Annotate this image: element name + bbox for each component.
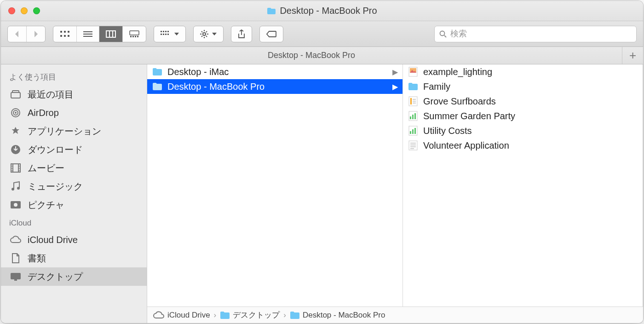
sidebar-item-label: AirDrop: [28, 108, 59, 118]
sidebar-item-airdrop[interactable]: AirDrop: [1, 104, 147, 122]
svg-rect-13: [130, 36, 132, 37]
search-field[interactable]: [434, 26, 637, 42]
svg-rect-22: [163, 34, 164, 35]
sidebar-item-label: 最近の項目: [28, 88, 74, 101]
numbers-icon: [408, 125, 419, 136]
search-input[interactable]: [450, 29, 632, 39]
share-button[interactable]: [231, 26, 252, 42]
file-row[interactable]: Desktop - iMac▶: [147, 64, 402, 79]
chevron-right-icon: ▶: [392, 68, 398, 76]
new-tab-button[interactable]: +: [622, 47, 643, 64]
svg-rect-56: [14, 279, 17, 281]
file-row[interactable]: example_lighting: [403, 64, 643, 79]
svg-rect-24: [167, 34, 169, 35]
file-row[interactable]: Summer Garden Party: [403, 109, 643, 123]
svg-rect-60: [410, 98, 412, 104]
svg-rect-61: [413, 99, 416, 100]
fullscreen-button[interactable]: [33, 7, 40, 14]
sidebar-section-header: iCloud: [1, 214, 147, 231]
svg-rect-55: [11, 273, 21, 279]
view-mode-buttons: [53, 26, 146, 42]
nav-buttons: [7, 26, 46, 42]
sidebar-item-label: iCloud Drive: [28, 235, 78, 245]
breadcrumb-separator: ›: [214, 311, 217, 320]
minimize-button[interactable]: [21, 7, 28, 14]
sidebar-item-label: ミュージック: [28, 180, 83, 193]
svg-rect-18: [163, 31, 164, 32]
svg-rect-20: [167, 31, 169, 32]
folder-icon: [408, 81, 419, 92]
sidebar-item-desktop[interactable]: デスクトップ: [1, 267, 147, 286]
svg-line-33: [201, 36, 202, 37]
svg-rect-71: [414, 128, 416, 134]
svg-rect-16: [137, 36, 138, 37]
svg-rect-0: [60, 31, 62, 33]
file-row[interactable]: Utility Costs: [403, 123, 643, 138]
view-icons-button[interactable]: [53, 26, 76, 42]
sidebar-item-recent[interactable]: 最近の項目: [1, 85, 147, 104]
svg-rect-9: [106, 31, 115, 37]
apps-icon: [9, 125, 22, 138]
file-label: Desktop - iMac: [167, 67, 229, 77]
sidebar-item-movie[interactable]: ムービー: [1, 159, 147, 177]
recent-icon: [9, 88, 22, 101]
cloud-icon: [153, 311, 165, 319]
svg-rect-5: [68, 35, 69, 37]
sidebar-item-label: ダウンロード: [28, 144, 83, 156]
view-columns-button[interactable]: [99, 26, 122, 42]
folder-icon: [152, 66, 163, 77]
breadcrumb-separator: ›: [283, 311, 286, 320]
svg-rect-36: [11, 93, 20, 98]
svg-rect-2: [68, 31, 69, 33]
svg-rect-21: [161, 34, 162, 35]
tab-title[interactable]: Desktop - MacBook Pro: [1, 51, 622, 60]
back-button[interactable]: [8, 26, 26, 42]
breadcrumb-item[interactable]: iCloud Drive: [153, 311, 210, 320]
arrange-button[interactable]: [154, 26, 186, 42]
svg-point-25: [203, 33, 206, 35]
desktop-icon: [9, 270, 22, 283]
sidebar-item-cloud[interactable]: iCloud Drive: [1, 231, 147, 249]
close-button[interactable]: [8, 7, 15, 14]
chevron-down-icon: [212, 33, 217, 35]
svg-rect-63: [413, 103, 416, 104]
svg-rect-15: [135, 36, 136, 37]
sidebar-section-header: よく使う項目: [1, 67, 147, 85]
file-row[interactable]: Volunteer Application: [403, 138, 643, 153]
svg-line-32: [206, 31, 207, 32]
file-row[interactable]: Family: [403, 79, 643, 94]
svg-rect-14: [132, 36, 134, 37]
sidebar-item-label: 書類: [28, 252, 46, 265]
sidebar-item-apps[interactable]: アプリケーション: [1, 122, 147, 140]
main-area: よく使う項目最近の項目AirDropアプリケーションダウンロードムービーミュージ…: [1, 64, 643, 323]
music-icon: [9, 180, 22, 193]
path-bar: iCloud Drive›デスクトップ›Desktop - MacBook Pr…: [147, 307, 643, 323]
forward-button[interactable]: [26, 26, 45, 42]
action-button[interactable]: [193, 26, 224, 42]
svg-line-30: [201, 31, 202, 32]
svg-rect-12: [130, 31, 139, 35]
svg-point-52: [17, 187, 20, 190]
file-row[interactable]: Grove Surfboards: [403, 94, 643, 109]
content-area: Desktop - iMac▶Desktop - MacBook Pro▶exa…: [147, 64, 643, 323]
svg-rect-67: [414, 113, 416, 119]
breadcrumb-item[interactable]: Desktop - MacBook Pro: [290, 311, 385, 320]
file-label: Summer Garden Party: [423, 111, 515, 122]
sidebar-item-music[interactable]: ミュージック: [1, 177, 147, 196]
sidebar-item-picture[interactable]: ピクチャ: [1, 196, 147, 214]
view-gallery-button[interactable]: [122, 26, 146, 42]
window-controls: [8, 7, 40, 14]
svg-rect-4: [64, 35, 66, 37]
tags-button[interactable]: [259, 26, 283, 42]
gear-icon: [200, 30, 208, 38]
sidebar-item-label: デスクトップ: [28, 271, 83, 283]
sidebar-item-doc[interactable]: 書類: [1, 249, 147, 267]
share-icon: [238, 29, 245, 39]
file-row[interactable]: Desktop - MacBook Pro▶: [147, 79, 402, 94]
breadcrumb-label: Desktop - MacBook Pro: [303, 311, 385, 320]
breadcrumb-label: iCloud Drive: [167, 311, 210, 320]
sidebar-item-download[interactable]: ダウンロード: [1, 140, 147, 159]
view-list-button[interactable]: [76, 26, 99, 42]
svg-rect-65: [410, 116, 411, 119]
breadcrumb-item[interactable]: デスクトップ: [220, 310, 280, 320]
